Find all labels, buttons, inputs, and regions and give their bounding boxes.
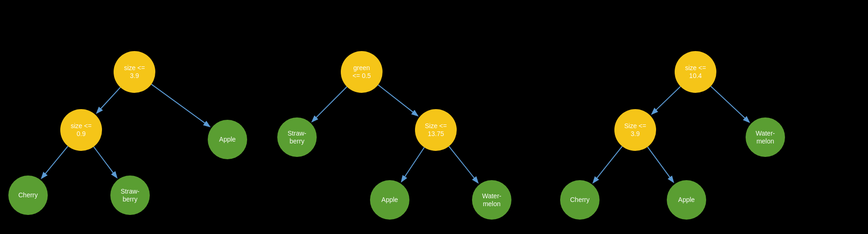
- edge-t3n1-t3n3: [711, 86, 749, 122]
- edge-t1n2-t1n4: [42, 146, 68, 178]
- tree-node-t1n1: size <= 3.9: [114, 51, 155, 93]
- edge-t3n2-t3n4: [594, 146, 622, 182]
- tree-node-t3n3: Water- melon: [746, 117, 785, 157]
- edge-t2n3-t2n4: [402, 147, 424, 181]
- edge-t3n2-t3n5: [648, 147, 673, 182]
- edge-t1n1-t1n3: [151, 84, 209, 126]
- edge-t2n1-t2n3: [378, 85, 417, 116]
- edge-t2n3-t2n5: [449, 146, 478, 182]
- tree-node-t2n5: Water- melon: [472, 180, 511, 220]
- tree-node-t2n2: Straw- berry: [277, 117, 317, 157]
- tree-node-t2n4: Apple: [370, 180, 409, 220]
- tree-node-t2n3: Size <= 13.75: [415, 109, 457, 151]
- tree-node-t3n2: Size <= 3.9: [614, 109, 656, 151]
- tree-node-t1n4: Cherry: [8, 176, 48, 215]
- tree-node-t3n5: Apple: [667, 180, 706, 220]
- tree-node-t3n4: Cherry: [560, 180, 600, 220]
- canvas: size <= 3.9size <= 0.9AppleCherryStraw- …: [0, 0, 868, 234]
- edge-t1n1-t1n2: [97, 87, 121, 112]
- tree-node-t1n3: Apple: [208, 120, 247, 159]
- tree-node-t2n1: green <= 0.5: [341, 51, 383, 93]
- edge-t3n1-t3n2: [652, 86, 681, 113]
- tree-node-t3n1: size <= 10.4: [675, 51, 716, 93]
- edge-t2n1-t2n2: [313, 87, 347, 121]
- tree-node-t1n2: size <= 0.9: [60, 109, 102, 151]
- tree-node-t1n5: Straw- berry: [110, 176, 150, 215]
- edge-t1n2-t1n5: [94, 147, 116, 177]
